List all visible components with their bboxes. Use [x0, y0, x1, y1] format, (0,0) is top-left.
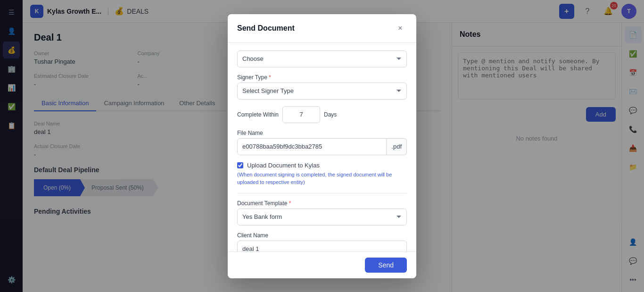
upload-checkbox[interactable]: [237, 162, 243, 168]
file-name-extension: .pdf: [387, 138, 407, 155]
complete-within-group: Complete Within Days: [237, 106, 407, 123]
complete-within-label: Complete Within: [237, 111, 279, 118]
document-template-select[interactable]: Yes Bank form: [237, 209, 407, 225]
file-name-row: .pdf: [237, 138, 407, 155]
file-name-group: File Name .pdf: [237, 130, 407, 155]
signer-type-group: Signer Type * Select Signer Type: [237, 74, 407, 100]
client-name-group: Client Name: [237, 232, 407, 251]
complete-within-input[interactable]: [282, 106, 320, 123]
modal-overlay: Send Document × Choose Signer Type * Sel…: [0, 0, 644, 292]
upload-hint: (When document signing is completed, the…: [237, 171, 407, 186]
modal-title: Send Document: [237, 24, 295, 33]
document-select-group: Choose: [237, 50, 407, 67]
modal-divider: [237, 193, 407, 193]
send-document-modal: Send Document × Choose Signer Type * Sel…: [228, 14, 416, 278]
modal-close-button[interactable]: ×: [394, 22, 407, 35]
days-label: Days: [324, 111, 337, 118]
template-required-star: *: [289, 200, 291, 207]
signer-type-select[interactable]: Select Signer Type: [237, 83, 407, 100]
upload-checkbox-row: Upload Document to Kylas: [237, 162, 407, 169]
send-button[interactable]: Send: [365, 258, 407, 273]
document-select[interactable]: Choose: [237, 50, 407, 67]
signer-required-star: *: [269, 74, 271, 81]
document-template-group: Document Template * Yes Bank form: [237, 200, 407, 225]
file-name-label: File Name: [237, 130, 407, 136]
client-name-input[interactable]: [237, 241, 407, 251]
upload-checkbox-label[interactable]: Upload Document to Kylas: [247, 162, 320, 169]
file-name-input[interactable]: [237, 138, 387, 155]
modal-header: Send Document ×: [228, 14, 416, 43]
modal-footer: Send: [228, 251, 416, 278]
client-name-label: Client Name: [237, 232, 407, 239]
modal-body: Choose Signer Type * Select Signer Type …: [228, 43, 416, 251]
document-template-label: Document Template *: [237, 200, 407, 207]
complete-within-row: Complete Within Days: [237, 106, 407, 123]
upload-checkbox-group: Upload Document to Kylas (When document …: [237, 162, 407, 186]
signer-type-label: Signer Type *: [237, 74, 407, 81]
